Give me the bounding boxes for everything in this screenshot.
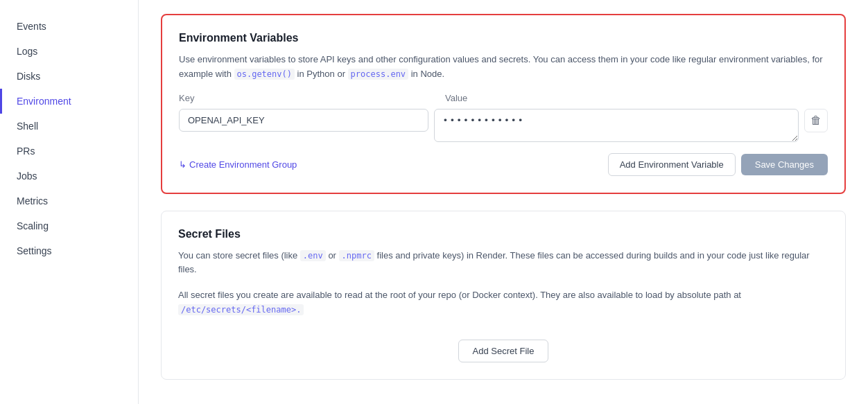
footer-buttons: Add Environment Variable Save Changes [608,153,828,176]
env-col-key-header: Key [179,93,434,103]
env-variable-row: 🗑 [179,109,828,142]
create-group-label: Create Environment Group [189,159,297,170]
secret-files-description-2: All secret files you create are availabl… [178,288,828,317]
secret-code-2: .npmrc [339,250,374,261]
secret-files-title: Secret Files [178,228,828,240]
env-desc-text-2: in Python or [297,69,345,79]
save-changes-button[interactable]: Save Changes [741,154,828,175]
sidebar-item-events[interactable]: Events [0,14,138,39]
arrow-icon: ↳ [179,159,186,170]
env-code-2: process.env [348,69,408,80]
delete-env-variable-button[interactable]: 🗑 [804,109,828,132]
env-code-1: os.getenv() [234,69,295,80]
secret-code-1: .env [300,250,326,261]
sidebar-item-disks[interactable]: Disks [0,64,138,89]
env-section-description: Use environment variables to store API k… [179,53,828,82]
env-value-input[interactable] [434,109,799,142]
sidebar-item-label: Environment [17,96,71,107]
sidebar-item-label: Metrics [17,195,48,207]
secret-desc-text-1: You can store secret files (like [178,250,297,261]
sidebar-item-jobs[interactable]: Jobs [0,164,138,188]
add-secret-file-button[interactable]: Add Secret File [458,340,549,362]
sidebar-item-settings[interactable]: Settings [0,238,138,263]
sidebar-item-label: Logs [17,46,37,57]
add-secret-file-container: Add Secret File [178,328,828,362]
env-col-value-header: Value [445,93,828,103]
trash-icon: 🗑 [810,114,822,127]
sidebar-item-environment[interactable]: Environment [0,89,138,114]
sidebar-item-label: Events [17,21,46,32]
secret-desc-text-4: All secret files you create are availabl… [178,290,741,300]
sidebar-item-metrics[interactable]: Metrics [0,188,138,213]
sidebar-item-logs[interactable]: Logs [0,39,138,64]
secret-files-section: Secret Files You can store secret files … [161,211,846,380]
sidebar-item-label: Scaling [17,220,49,231]
secret-desc-text-2: or [328,250,336,261]
env-section-footer: ↳ Create Environment Group Add Environme… [179,153,828,176]
create-environment-group-link[interactable]: ↳ Create Environment Group [179,159,297,170]
sidebar-item-label: Jobs [17,170,37,182]
secret-files-description-1: You can store secret files (like .env or… [178,249,828,278]
sidebar-item-label: Shell [17,121,38,132]
main-content: Environment Variables Use environment va… [139,0,868,404]
env-desc-text-3: in Node. [411,69,444,79]
secret-code-3: /etc/secrets/<filename>. [178,304,304,315]
sidebar-item-label: Settings [17,245,52,256]
env-variables-section: Environment Variables Use environment va… [161,14,846,194]
sidebar-item-prs[interactable]: PRs [0,139,138,164]
sidebar-item-scaling[interactable]: Scaling [0,213,138,238]
sidebar-item-label: PRs [17,146,35,157]
sidebar-item-shell[interactable]: Shell [0,114,138,139]
sidebar-item-label: Disks [17,71,40,82]
sidebar: Events Logs Disks Environment Shell PRs … [0,0,139,404]
env-table-header: Key Value [179,93,828,103]
env-section-title: Environment Variables [179,32,828,44]
env-key-input[interactable] [179,109,428,132]
add-environment-variable-button[interactable]: Add Environment Variable [608,153,736,176]
